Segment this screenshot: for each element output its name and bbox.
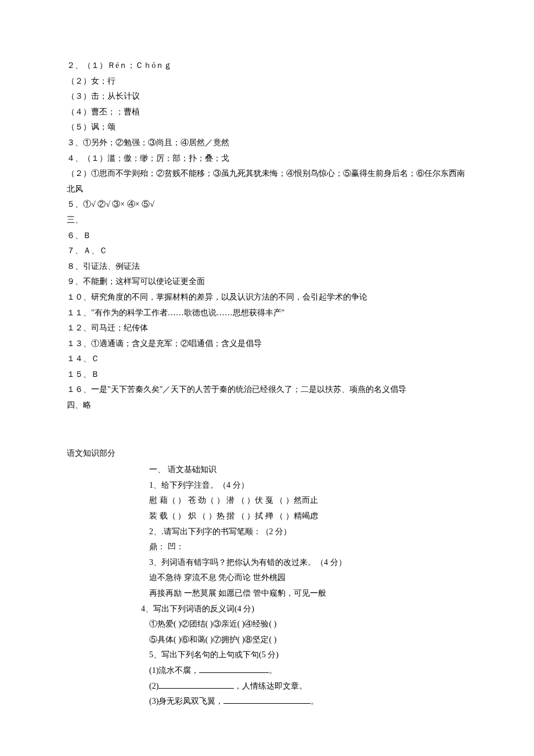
- answer-line: １１、"有作为的科学工作者……歌德也说……思想获得丰产": [67, 305, 467, 321]
- question-4-line: ⑤具体( )⑥和蔼( )⑦拥护( )⑧坚定( ): [67, 632, 467, 648]
- question-5-item-2: (2)，人情练达即文章。: [67, 679, 467, 694]
- answer-line: ７、Ａ、Ｃ: [67, 243, 467, 259]
- answer-line: ５、①√ ②√ ③× ④× ⑤√: [67, 197, 467, 213]
- question-3: 3、列词语有错字吗？把你认为有错的改过来。（4 分）: [67, 555, 467, 571]
- answer-line: ２、（１）Ｒéｎ；Ｃｈóｎｇ: [67, 58, 467, 74]
- answer-line: １４、Ｃ: [67, 351, 467, 367]
- fill-blank: [223, 695, 311, 704]
- answer-line: ９、不能删；这样写可以使论证更全面: [67, 274, 467, 290]
- question-1: 1、给下列字注音。（4 分）: [67, 478, 467, 494]
- question-3-line: 再接再励 一愁莫展 如愿已偿 管中窥豹，可见一般: [67, 586, 467, 602]
- knowledge-section: 语文知识部分 一、 语文基础知识 1、给下列字注音。（4 分） 慰 藉（ ） 苍…: [67, 446, 467, 710]
- question-1-line: 装 载（ ） 炽 （ ）热 揩 （ ）拭 殚 （ ）精竭虑: [67, 509, 467, 524]
- answer-line: １５、Ｂ: [67, 367, 467, 383]
- fill-blank: [158, 680, 234, 689]
- q5-1-prefix: (1)流水不腐，: [149, 666, 199, 675]
- question-3-line: 迫不急待 穿流不息 凭心而论 世外桃园: [67, 570, 467, 586]
- answer-line: １２、司马迁；纪传体: [67, 321, 467, 336]
- question-5: 5、写出下列名句的上句或下句(5 分): [67, 647, 467, 663]
- q5-1-suffix: 。: [269, 666, 277, 675]
- answer-line: ８、引证法、例证法: [67, 259, 467, 275]
- q5-2-suffix: ，人情练达即文章。: [234, 682, 307, 690]
- document-page: ２、（１）Ｒéｎ；Ｃｈóｎｇ （２）女；行 （３）击；从长计议 （４）曹丕；；曹…: [0, 0, 534, 756]
- knowledge-heading-1: 一、 语文基础知识: [67, 462, 467, 478]
- question-4-line: ①热爱( )②团结( )③亲近( )④经验( ): [67, 617, 467, 632]
- answer-line: １０、研究角度的不同，掌握材料的差异，以及认识方法的不同，会引起学术的争论: [67, 290, 467, 305]
- answer-line: （２）①思而不学则殆；②贫贱不能移；③虽九死其犹未悔；④恨别鸟惊心；⑤赢得生前身…: [67, 166, 467, 197]
- answer-line: ３、①另外；②勉强；③尚且；④居然／竟然: [67, 135, 467, 151]
- question-4: 4、写出下列词语的反义词(4 分): [67, 602, 467, 617]
- answer-line: （３）击；从长计议: [67, 89, 467, 105]
- fill-blank: [199, 664, 269, 673]
- answer-line: （２）女；行: [67, 74, 467, 89]
- section-header-4: 四、略: [67, 398, 467, 413]
- question-2-line: 鼎： 凹：: [67, 539, 467, 555]
- question-1-line: 慰 藉（ ） 苍 劲（ ） 潜 （ ）伏 戛 （ ）然而止: [67, 493, 467, 509]
- question-5-item-3: (3)身无彩凤双飞翼，。: [67, 694, 467, 710]
- answer-line: （４）曹丕；；曹植: [67, 105, 467, 120]
- q5-3-prefix: (3)身无彩凤双飞翼，: [149, 697, 223, 705]
- answer-line: ４、（１）滥；傲；缈；厉；部；扑；叠；戈: [67, 151, 467, 167]
- question-2: 2、.请写出下列字的书写笔顺：（2 分）: [67, 524, 467, 540]
- q5-3-suffix: 。: [311, 697, 319, 705]
- answer-line: １３、①適通谪；含义是充军；②唱通倡；含义是倡导: [67, 336, 467, 352]
- section-header-3: 三、: [67, 213, 467, 228]
- q5-2-prefix: (2): [149, 682, 158, 690]
- answer-line: ６、Ｂ: [67, 228, 467, 244]
- answer-line: １６、一是"天下苦秦久矣"／天下的人苦于秦的统治已经很久了；二是以扶苏、项燕的名…: [67, 382, 467, 398]
- knowledge-title: 语文知识部分: [67, 446, 467, 462]
- answer-line: （５）讽；颂: [67, 120, 467, 135]
- question-5-item-1: (1)流水不腐，。: [67, 663, 467, 679]
